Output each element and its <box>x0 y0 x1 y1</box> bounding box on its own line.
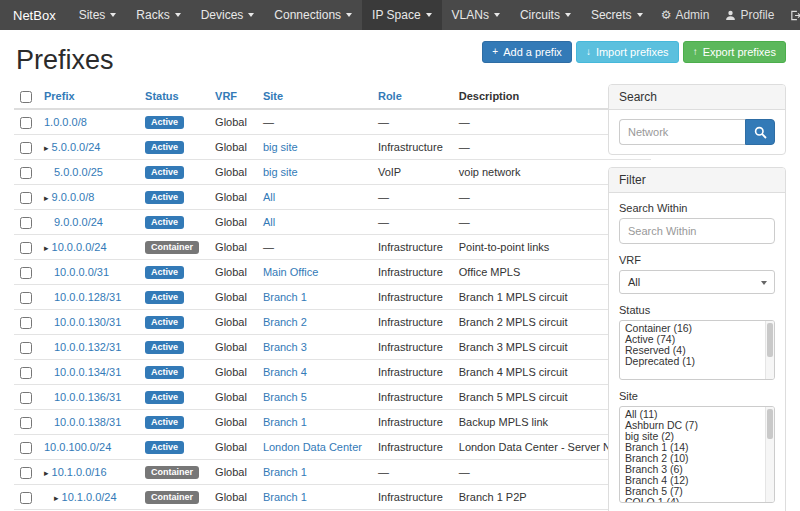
site-link[interactable]: big site <box>263 166 298 178</box>
site-link[interactable]: Branch 1 <box>263 466 307 478</box>
prefix-link[interactable]: 10.0.0.132/31 <box>54 341 121 353</box>
nav-ip-space[interactable]: IP Space <box>362 0 441 30</box>
row-checkbox[interactable] <box>20 142 32 154</box>
nav-logout[interactable]: Log out <box>782 0 800 30</box>
site-cell: London Data Center <box>255 435 370 460</box>
prefix-cell: 10.0.100.0/24 <box>36 435 137 460</box>
sort-vrf-link[interactable]: VRF <box>215 90 237 102</box>
sort-prefix-link[interactable]: Prefix <box>44 90 75 102</box>
listbox-option[interactable]: COLO 1 (4) <box>620 497 764 503</box>
nav-label: Circuits <box>520 8 560 22</box>
search-within-input[interactable] <box>619 218 775 244</box>
row-checkbox[interactable] <box>20 267 32 279</box>
row-checkbox[interactable] <box>20 317 32 329</box>
row-checkbox[interactable] <box>20 492 32 504</box>
nav-label: Racks <box>136 8 169 22</box>
nav-sites[interactable]: Sites <box>69 0 127 30</box>
prefix-link[interactable]: 9.0.0.0/24 <box>54 216 103 228</box>
scrollbar-thumb[interactable] <box>767 323 773 357</box>
role-cell: Infrastructure <box>370 485 451 510</box>
site-link[interactable]: Main Office <box>263 266 318 278</box>
row-checkbox[interactable] <box>20 367 32 379</box>
prefix-link[interactable]: 5.0.0.0/24 <box>52 141 101 153</box>
import-prefixes-button[interactable]: ↓Import prefixes <box>576 41 679 63</box>
nav-circuits[interactable]: Circuits <box>510 0 581 30</box>
vrf-select[interactable]: All <box>619 270 775 294</box>
row-checkbox[interactable] <box>20 292 32 304</box>
site-cell: Branch 1 <box>255 410 370 435</box>
nav-racks[interactable]: Racks <box>126 0 190 30</box>
vrf-cell: Global <box>207 109 255 135</box>
nav-admin[interactable]: ⚙ Admin <box>653 0 718 30</box>
chevron-down-icon <box>110 13 116 17</box>
row-checkbox[interactable] <box>20 442 32 454</box>
row-checkbox[interactable] <box>20 417 32 429</box>
prefix-link[interactable]: 1.0.0.0/8 <box>44 116 87 128</box>
listbox-option[interactable]: Deprecated (1) <box>620 356 764 367</box>
row-checkbox[interactable] <box>20 342 32 354</box>
prefix-link[interactable]: 10.0.0.134/31 <box>54 366 121 378</box>
chevron-down-icon <box>346 13 352 17</box>
prefix-link[interactable]: 10.0.0.0/31 <box>54 266 109 278</box>
row-checkbox[interactable] <box>20 192 32 204</box>
nav-label: VLANs <box>452 8 489 22</box>
site-filter-label: Site <box>619 390 775 402</box>
vrf-cell: Global <box>207 235 255 260</box>
sort-site-link[interactable]: Site <box>263 90 283 102</box>
site-listbox[interactable]: All (11)Ashburn DC (7)big site (2)Branch… <box>619 406 775 503</box>
prefix-link[interactable]: 10.0.100.0/24 <box>44 441 111 453</box>
chevron-down-icon <box>494 13 500 17</box>
search-button[interactable] <box>745 119 775 145</box>
site-link[interactable]: Branch 2 <box>263 316 307 328</box>
site-link[interactable]: Branch 1 <box>263 491 307 503</box>
site-link[interactable]: Branch 5 <box>263 391 307 403</box>
prefix-table-body: 1.0.0.0/8 Active Global — — — ▸5.0.0.0/2… <box>14 109 651 511</box>
prefix-link[interactable]: 10.0.0.0/24 <box>52 241 107 253</box>
table-row: 10.0.0.134/31 Active Global Branch 4 Inf… <box>14 360 651 385</box>
prefix-cell: 5.0.0.0/25 <box>36 160 137 185</box>
row-checkbox[interactable] <box>20 242 32 254</box>
sort-status-link[interactable]: Status <box>145 90 179 102</box>
site-link[interactable]: Branch 1 <box>263 416 307 428</box>
brand-link[interactable]: NetBox <box>0 0 69 30</box>
prefix-link[interactable]: 10.0.0.138/31 <box>54 416 121 428</box>
site-link[interactable]: Branch 1 <box>263 291 307 303</box>
prefix-link[interactable]: 10.0.0.136/31 <box>54 391 121 403</box>
add-prefix-button[interactable]: +Add a prefix <box>482 41 572 63</box>
site-link[interactable]: Branch 3 <box>263 341 307 353</box>
site-link[interactable]: All <box>263 191 275 203</box>
table-row: 9.0.0.0/24 Active Global All — — <box>14 210 651 235</box>
nav-vlans[interactable]: VLANs <box>442 0 510 30</box>
prefix-link[interactable]: 10.0.0.128/31 <box>54 291 121 303</box>
site-link[interactable]: London Data Center <box>263 441 362 453</box>
export-prefixes-label: Export prefixes <box>703 46 776 58</box>
scrollbar-thumb[interactable] <box>767 409 773 439</box>
tree-indent <box>44 275 54 276</box>
status-badge: Active <box>145 266 184 279</box>
prefix-link[interactable]: 10.1.0.0/24 <box>62 491 117 503</box>
row-checkbox[interactable] <box>20 117 32 129</box>
prefix-link[interactable]: 5.0.0.0/25 <box>54 166 103 178</box>
select-all-checkbox[interactable] <box>20 91 32 103</box>
prefix-link[interactable]: 9.0.0.0/8 <box>52 191 95 203</box>
nav-secrets[interactable]: Secrets <box>581 0 653 30</box>
nav-devices[interactable]: Devices <box>191 0 265 30</box>
site-link[interactable]: big site <box>263 141 298 153</box>
prefix-link[interactable]: 10.1.0.0/16 <box>52 466 107 478</box>
search-input[interactable] <box>619 119 745 145</box>
row-checkbox[interactable] <box>20 392 32 404</box>
status-listbox[interactable]: Container (16)Active (74)Reserved (4)Dep… <box>619 320 775 380</box>
site-link[interactable]: All <box>263 216 275 228</box>
nav-profile[interactable]: Profile <box>717 0 782 30</box>
nav-label: Devices <box>201 8 244 22</box>
nav-connections[interactable]: Connections <box>264 0 362 30</box>
site-link[interactable]: Branch 4 <box>263 366 307 378</box>
row-checkbox[interactable] <box>20 167 32 179</box>
export-prefixes-button[interactable]: ↑Export prefixes <box>683 41 786 63</box>
prefix-link[interactable]: 10.0.0.130/31 <box>54 316 121 328</box>
sort-role-link[interactable]: Role <box>378 90 402 102</box>
vrf-cell: Global <box>207 160 255 185</box>
tree-indent <box>44 225 54 226</box>
row-checkbox[interactable] <box>20 217 32 229</box>
row-checkbox[interactable] <box>20 467 32 479</box>
